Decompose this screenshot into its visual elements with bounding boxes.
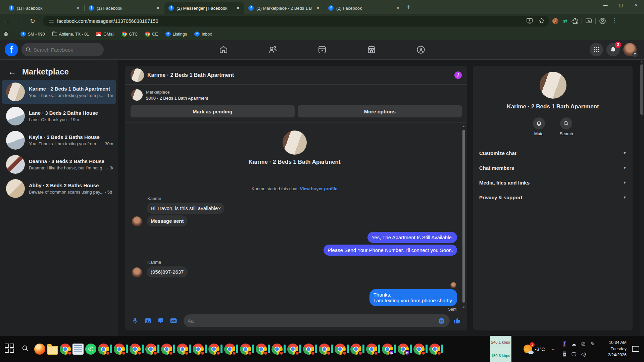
emoji-icon[interactable]	[437, 315, 446, 326]
incoming-message-bubble[interactable]: Hi Travon, is this still available?	[147, 203, 225, 214]
friends-icon[interactable]	[254, 41, 292, 58]
details-section-customize-chat[interactable]: Customize chat▼	[476, 146, 630, 160]
chrome-taskbar-icon[interactable]	[256, 344, 267, 355]
chrome-taskbar-icon[interactable]	[366, 344, 377, 355]
details-section-privacy-support[interactable]: Privacy & support▼	[476, 190, 630, 205]
start-button[interactable]	[5, 344, 15, 354]
home-icon[interactable]	[205, 41, 242, 58]
message-input-pill[interactable]	[184, 314, 450, 327]
chat-title[interactable]: Karime · 2 Beds 1 Bath Apartment	[147, 72, 454, 78]
site-settings-icon[interactable]	[48, 18, 54, 24]
back-icon[interactable]: ←	[1, 15, 13, 27]
chrome-taskbar-icon[interactable]	[287, 344, 298, 355]
more-options-button[interactable]: More options	[298, 105, 462, 117]
tray-expand-icon[interactable]: ︿	[551, 346, 555, 352]
browser-tab[interactable]: f(1) Facebook✕	[5, 2, 85, 14]
new-tab-button[interactable]: +	[407, 3, 411, 11]
page-scrollbar[interactable]: ▲	[640, 60, 644, 336]
extensions-puzzle-icon[interactable]	[572, 17, 579, 25]
conversation-item[interactable]: Kayla · 3 Beds 2 Baths HouseYou: Thanks.…	[2, 128, 116, 152]
teal-extension-icon[interactable]: ⇄	[563, 18, 567, 24]
thumbs-up-icon[interactable]	[452, 315, 462, 326]
chrome-taskbar-icon[interactable]	[98, 344, 109, 355]
taskbar-clock[interactable]: 10:34 AM Tuesday 2/24/2026	[602, 340, 627, 358]
explorer-taskbar-icon[interactable]	[47, 346, 58, 355]
chat-avatar[interactable]	[131, 68, 144, 82]
chrome-taskbar-icon[interactable]	[240, 344, 251, 355]
minimize-button[interactable]: —	[598, 0, 613, 11]
chrome-taskbar-icon[interactable]	[224, 344, 235, 355]
weather-widget[interactable]: 1 -3°C	[524, 345, 545, 353]
cast-tray-icon[interactable]: ⎚	[581, 341, 585, 347]
incoming-message-bubble[interactable]: Message sent	[147, 215, 188, 226]
chrome-taskbar-icon[interactable]: P	[398, 344, 409, 355]
page-scroll-up-icon[interactable]: ▲	[640, 60, 644, 64]
cookie-extension-icon[interactable]	[552, 18, 558, 24]
outgoing-message-bubble[interactable]: Yes, The Apartment Is Still Available.	[367, 232, 457, 243]
notepad-taskbar-icon[interactable]	[72, 344, 84, 355]
chrome-taskbar-icon[interactable]	[303, 344, 314, 355]
pen-tray-icon[interactable]: ✎	[591, 341, 595, 347]
conversation-item[interactable]: Deanna · 3 Beds 2 Baths HouseDeanna: I l…	[2, 152, 116, 176]
browser-profile-icon[interactable]	[599, 17, 606, 25]
chat-scrollbar-thumb[interactable]	[462, 130, 465, 303]
browser-tab[interactable]: f(2) Messenger | Facebook✕	[164, 2, 244, 14]
watch-reels-icon[interactable]	[303, 41, 341, 58]
back-arrow-icon[interactable]: ←	[8, 67, 16, 76]
browser-tab[interactable]: f(1) Facebook✕	[85, 2, 164, 14]
bookmark-item[interactable]: CE	[145, 32, 158, 37]
browser-menu-icon[interactable]: ⋮	[611, 17, 618, 25]
marketplace-icon[interactable]	[353, 41, 390, 58]
groups-icon[interactable]	[402, 41, 440, 58]
chrome-taskbar-icon[interactable]	[413, 344, 425, 355]
cloud-tray-icon[interactable]: ☁	[572, 341, 576, 347]
screenshare-tray-icon[interactable]: ⧉	[563, 351, 566, 357]
action-center-icon[interactable]	[632, 346, 639, 352]
bookmark-item[interactable]: fSM - 090	[20, 32, 45, 37]
chat-search-button[interactable]: Search	[560, 117, 573, 136]
side-panel-search-icon[interactable]	[585, 17, 593, 25]
network-tray-icon[interactable]: 🖵	[572, 351, 576, 357]
address-bar[interactable]: facebook.com/messages/t/1337056838187150	[43, 16, 549, 27]
conversation-item[interactable]: Abby · 3 Beds 2 Baths HouseBeware of com…	[2, 176, 116, 201]
notifications-bell-icon[interactable]: 2	[606, 43, 620, 56]
chrome-taskbar-icon[interactable]	[145, 344, 156, 355]
tab-close-icon[interactable]: ✕	[235, 5, 241, 11]
firefox-taskbar-icon[interactable]	[34, 344, 45, 355]
facebook-search[interactable]	[21, 43, 104, 56]
details-section-media-files-and-links[interactable]: Media, files and links▼	[476, 175, 630, 190]
chrome-taskbar-icon[interactable]	[114, 344, 125, 355]
mark-pending-button[interactable]: Mark as pending	[131, 105, 295, 117]
url-text[interactable]: facebook.com/messages/t/1337056838187150	[57, 18, 522, 24]
chrome-taskbar-icon[interactable]: My	[382, 344, 393, 355]
bookmark-item[interactable]: fInbox	[194, 32, 212, 37]
reload-icon[interactable]: ↻	[27, 15, 38, 27]
tab-close-icon[interactable]: ✕	[395, 5, 401, 11]
chrome-taskbar-icon[interactable]	[429, 344, 440, 355]
volume-tray-icon[interactable]: ◁)	[581, 351, 586, 357]
chrome-taskbar-icon[interactable]	[208, 344, 219, 355]
scroll-up-icon[interactable]: ▲	[461, 124, 466, 128]
network-speed-widget[interactable]: 246.1 kbps 150.6 kbps	[490, 336, 511, 362]
taskbar-search-icon[interactable]	[21, 345, 29, 353]
browser-tab[interactable]: f(2) Marketplace - 2 Beds 1 Bath✕	[244, 2, 324, 14]
page-scrollbar-thumb[interactable]	[640, 64, 643, 115]
feather-tray-icon[interactable]: 𝒇	[563, 341, 565, 347]
tab-close-icon[interactable]: ✕	[75, 5, 81, 11]
chrome-taskbar-icon[interactable]	[193, 344, 204, 355]
chat-scrollbar[interactable]: ▲ ▼	[461, 124, 466, 309]
sticker-icon[interactable]	[155, 315, 166, 326]
profile-avatar[interactable]: ▼	[623, 43, 637, 56]
chrome-taskbar-icon[interactable]	[335, 344, 346, 355]
bookmark-star-icon[interactable]	[538, 17, 546, 25]
bookmark-item[interactable]: GMail	[96, 32, 114, 37]
chrome-taskbar-icon[interactable]	[161, 344, 172, 355]
gif-icon[interactable]: GIF	[168, 315, 179, 326]
message-input[interactable]	[188, 318, 437, 324]
tab-close-icon[interactable]: ✕	[315, 5, 321, 11]
chrome-taskbar-icon[interactable]	[177, 344, 188, 355]
incoming-message-bubble[interactable]: (956)897-2637	[147, 266, 188, 277]
maximize-button[interactable]: ▢	[613, 0, 629, 11]
facebook-logo[interactable]: f	[5, 43, 18, 56]
voice-clip-icon[interactable]	[130, 315, 141, 326]
